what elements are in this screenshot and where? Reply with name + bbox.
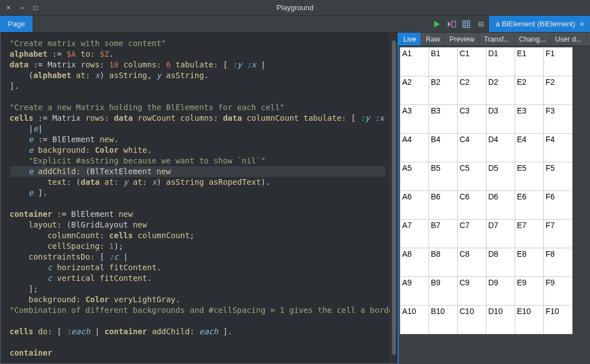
- grid-cell[interactable]: F4: [544, 134, 572, 162]
- grid-cell[interactable]: B9: [429, 277, 457, 305]
- grid-cell[interactable]: D4: [487, 134, 515, 162]
- code-line: layout: (BlGridLayout new: [10, 220, 385, 230]
- inspector-body[interactable]: A1B1C1D1E1F1A2B2C2D2E2F2A3B3C3D3E3F3A4B4…: [399, 46, 590, 364]
- minimize-icon[interactable]: −: [18, 4, 26, 12]
- grid-cell[interactable]: B4: [429, 134, 457, 162]
- inspector-tab-chang[interactable]: Chang...: [515, 33, 551, 46]
- scrollbar-vertical[interactable]: [390, 33, 398, 363]
- grid-cell[interactable]: C2: [458, 76, 486, 104]
- inspector-tab-preview[interactable]: Preview: [445, 33, 479, 46]
- grid-cell[interactable]: A3: [400, 105, 429, 133]
- grid-cell[interactable]: B3: [429, 105, 457, 133]
- table-icon[interactable]: [461, 19, 471, 29]
- code-editor[interactable]: "Create matrix with some content"alphabe…: [5, 33, 390, 363]
- grid-cell[interactable]: D2: [487, 76, 515, 104]
- menu-icon[interactable]: [476, 19, 486, 29]
- grid-cell[interactable]: A10: [400, 306, 429, 334]
- grid-cell[interactable]: F2: [544, 76, 572, 104]
- close-icon[interactable]: ×: [4, 4, 12, 12]
- grid-cell[interactable]: F8: [544, 248, 572, 276]
- grid-cell[interactable]: C5: [458, 162, 486, 190]
- tab-inspector-label: a BlElement (BlElement): [496, 20, 575, 28]
- close-icon[interactable]: ×: [580, 20, 584, 28]
- grid-cell[interactable]: B6: [429, 191, 457, 219]
- grid-cell[interactable]: E7: [515, 220, 543, 248]
- grid-cell[interactable]: C10: [458, 306, 486, 334]
- inspector-pane: LiveRawPreviewTransf...Chang...User d...…: [399, 33, 590, 364]
- element-grid: A1B1C1D1E1F1A2B2C2D2E2F2A3B3C3D3E3F3A4B4…: [400, 47, 573, 334]
- grid-cell[interactable]: B5: [429, 162, 457, 190]
- grid-cell[interactable]: A8: [400, 248, 429, 276]
- grid-cell[interactable]: B2: [429, 76, 457, 104]
- code-line: text: (data at: y at: x) asString asRope…: [10, 177, 385, 188]
- grid-cell[interactable]: D6: [487, 191, 515, 219]
- grid-cell[interactable]: E1: [515, 48, 543, 76]
- code-line: e addChild: (BlTextElement new: [10, 166, 385, 177]
- code-line: [10, 198, 385, 209]
- grid-cell[interactable]: D5: [487, 162, 515, 190]
- grid-cell[interactable]: C1: [458, 48, 486, 76]
- play-inspect-icon[interactable]: [447, 19, 457, 29]
- grid-cell[interactable]: E9: [515, 277, 543, 305]
- code-line: data := Matrix rows: 10 columns: 6 tabul…: [10, 60, 385, 70]
- grid-cell[interactable]: A5: [400, 162, 429, 190]
- grid-cell[interactable]: F10: [544, 306, 572, 334]
- grid-cell[interactable]: F9: [544, 277, 572, 305]
- grid-cell[interactable]: F6: [544, 191, 572, 219]
- code-line: |e|: [10, 124, 385, 134]
- grid-cell[interactable]: A2: [400, 76, 429, 104]
- grid-cell[interactable]: A7: [400, 220, 429, 248]
- code-line: e background: Color white.: [10, 145, 385, 156]
- grid-cell[interactable]: F5: [544, 162, 572, 190]
- grid-cell[interactable]: F1: [544, 48, 572, 76]
- maximize-icon[interactable]: □: [31, 4, 39, 12]
- tab-page[interactable]: Page: [0, 16, 33, 32]
- grid-cell[interactable]: C3: [458, 105, 486, 133]
- grid-cell[interactable]: B10: [429, 306, 457, 334]
- grid-cell[interactable]: E2: [515, 76, 543, 104]
- grid-cell[interactable]: A4: [400, 134, 429, 162]
- grid-cell[interactable]: C9: [458, 277, 486, 305]
- grid-cell[interactable]: D9: [487, 277, 515, 305]
- grid-cell[interactable]: D10: [487, 306, 515, 334]
- grid-cell[interactable]: E5: [515, 162, 543, 190]
- grid-cell[interactable]: D1: [487, 48, 515, 76]
- inspector-tab-userd[interactable]: User d...: [551, 33, 587, 46]
- grid-cell[interactable]: C6: [458, 191, 486, 219]
- grid-cell[interactable]: E8: [515, 248, 543, 276]
- inspector-tab-events[interactable]: Events: [587, 33, 590, 46]
- grid-cell[interactable]: C8: [458, 248, 486, 276]
- inspector-tab-live[interactable]: Live: [399, 33, 421, 46]
- code-line: constraintsDo: [ :c |: [10, 252, 385, 262]
- tab-inspector[interactable]: a BlElement (BlElement) ×: [488, 16, 590, 32]
- main: "Create matrix with some content"alphabe…: [0, 33, 590, 364]
- grid-cell[interactable]: D8: [487, 248, 515, 276]
- code-line: (alphabet at: x) asString, y asString.: [10, 70, 385, 81]
- grid-cell[interactable]: B7: [429, 220, 457, 248]
- code-line: "Create matrix with some content": [10, 38, 385, 49]
- grid-cell[interactable]: A6: [400, 191, 429, 219]
- play-icon[interactable]: [432, 19, 442, 29]
- window-controls: × − □: [0, 4, 39, 12]
- grid-cell[interactable]: F3: [544, 105, 572, 133]
- inspector-tab-transf[interactable]: Transf...: [479, 33, 514, 46]
- grid-cell[interactable]: F7: [544, 220, 572, 248]
- grid-cell[interactable]: E4: [515, 134, 543, 162]
- grid-cell[interactable]: A1: [400, 48, 429, 76]
- grid-cell[interactable]: B8: [429, 248, 457, 276]
- scrollbar-thumb[interactable]: [392, 40, 396, 355]
- titlebar: × − □ Playground: [0, 0, 590, 16]
- grid-cell[interactable]: B1: [429, 48, 457, 76]
- grid-cell[interactable]: C4: [458, 134, 486, 162]
- grid-cell[interactable]: D7: [487, 220, 515, 248]
- grid-cell[interactable]: A9: [400, 277, 429, 305]
- inspector-tab-raw[interactable]: Raw: [421, 33, 445, 46]
- grid-cell[interactable]: D3: [487, 105, 515, 133]
- grid-cell[interactable]: E3: [515, 105, 543, 133]
- grid-cell[interactable]: C7: [458, 220, 486, 248]
- code-line: cells := Matrix rows: data rowCount colu…: [10, 113, 385, 124]
- code-line: "Combination of different backgrounds an…: [10, 305, 385, 316]
- code-line: ].: [10, 81, 385, 92]
- grid-cell[interactable]: E10: [515, 306, 543, 334]
- grid-cell[interactable]: E6: [515, 191, 543, 219]
